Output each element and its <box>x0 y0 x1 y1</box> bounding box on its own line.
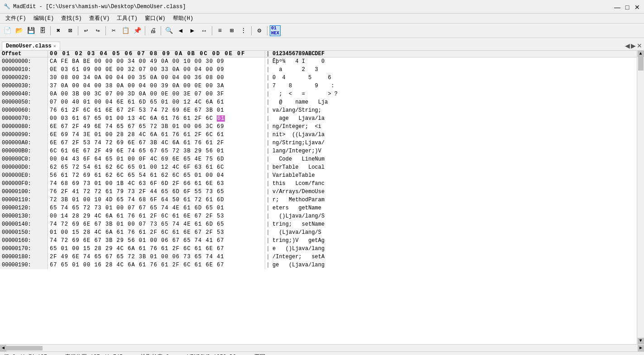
copy-button[interactable]: 📋 <box>120 25 131 36</box>
table-row[interactable]: 00000100:76 2F 41 72 72 61 79 73 2F 44 6… <box>0 188 637 196</box>
tab-prev-button[interactable]: ◀ <box>625 42 630 49</box>
hex-bytes[interactable]: 6E 67 2F 53 74 72 69 6E 67 3B 4C 6A 61 7… <box>48 139 265 147</box>
hex-text[interactable]: ng/String;Ljava/ <box>271 139 637 147</box>
tab-close-all-button[interactable]: ✕ <box>637 42 642 49</box>
scroll-up-button[interactable]: ▲ <box>638 51 644 57</box>
hex-bytes[interactable]: 76 2F 41 72 72 61 79 73 2F 44 65 6D 6F 5… <box>48 188 265 196</box>
table-row[interactable]: 000000F0:74 68 69 73 01 00 1B 4C 63 6F 6… <box>0 180 637 188</box>
hex-text[interactable]: ()Ljava/lang/S <box>271 212 637 220</box>
find-prev-button[interactable]: ◀ <box>175 25 186 36</box>
save-all-button[interactable]: 🗄 <box>37 25 48 36</box>
hex-bytes[interactable]: 65 01 00 15 28 29 4C 6A 61 76 61 2F 6C 6… <box>48 245 265 253</box>
hex-bytes[interactable]: 2F 49 6E 74 65 67 65 72 3B 01 00 06 73 6… <box>48 253 265 261</box>
hex-bytes[interactable]: 67 65 01 00 16 28 4C 6A 61 76 61 2F 6C 6… <box>48 261 265 269</box>
table-row[interactable]: 00000030:37 0A 00 04 00 38 0A 00 04 00 3… <box>0 82 637 90</box>
table-row[interactable]: 00000150:01 00 15 28 4C 6A 61 76 61 2F 6… <box>0 228 637 237</box>
scroll-left-button[interactable]: ◀ <box>0 345 6 351</box>
hex-bytes[interactable]: 74 68 69 73 01 00 1B 4C 63 6F 6D 2F 66 6… <box>48 180 265 188</box>
hex-editor[interactable]: Offset 00 01 02 03 04 05 06 07 08 09 0A … <box>0 51 637 344</box>
hex-text[interactable]: 7 8 9 : <box>271 82 637 90</box>
table-row[interactable]: 000000C0:00 04 43 6F 64 65 01 00 0F 4C 6… <box>0 155 637 163</box>
hex-text[interactable]: age Ljava/la <box>271 114 637 123</box>
minimize-button[interactable]: — <box>614 4 620 10</box>
col-mode-button[interactable]: ⊞ <box>226 25 237 36</box>
cut-button[interactable]: ✂ <box>108 25 119 36</box>
hex-mode-button[interactable]: ⋮ <box>238 25 249 36</box>
hex-text[interactable]: ng/Integer; <i <box>271 123 637 131</box>
replace-button[interactable]: ↔ <box>199 25 210 36</box>
close-all-button[interactable]: ⊠ <box>65 25 76 36</box>
hex-bytes[interactable]: 76 61 2F 6C 61 6E 67 2F 53 74 72 69 6E 6… <box>48 106 265 114</box>
highlighted-byte[interactable]: 61 <box>217 115 225 122</box>
table-row[interactable]: 00000130:00 14 28 29 4C 6A 61 76 61 2F 6… <box>0 212 637 220</box>
hex-bytes[interactable]: 74 72 69 6E 67 3B 29 56 01 00 06 67 65 7… <box>48 237 265 245</box>
table-row[interactable]: 00000160:74 72 69 6E 67 3B 29 56 01 00 0… <box>0 237 637 245</box>
hex-text[interactable]: tring; setName <box>271 220 637 228</box>
hex-bytes[interactable]: 6E 67 2F 49 6E 74 65 67 65 72 3B 01 00 0… <box>48 123 265 131</box>
table-row[interactable]: 000000E0:56 61 72 69 61 62 6C 65 54 61 6… <box>0 171 637 180</box>
table-row[interactable]: 00000170:65 01 00 15 28 29 4C 6A 61 76 6… <box>0 245 637 253</box>
hex-bytes[interactable]: 07 00 40 01 00 04 6E 61 6D 65 01 00 12 4… <box>48 98 265 106</box>
open-button[interactable]: 📂 <box>14 25 24 36</box>
hex-text[interactable]: v/Arrays/DemoUse <box>271 188 637 196</box>
right-scrollbar[interactable]: ▲ ▼ <box>637 51 644 344</box>
menu-file[interactable]: 文件(F) <box>2 14 30 23</box>
hex-text[interactable]: this Lcom/fanc <box>271 180 637 188</box>
options-button[interactable]: ⚙ <box>254 25 265 36</box>
hex-text[interactable]: ; < = > ? <box>271 90 637 98</box>
table-row[interactable]: 000000B0:6C 61 6E 67 2F 49 6E 74 65 67 6… <box>0 147 637 155</box>
find-next-button[interactable]: ▶ <box>187 25 198 36</box>
close-file-button[interactable]: ✖ <box>53 25 64 36</box>
undo-button[interactable]: ↩ <box>81 25 91 36</box>
table-row[interactable]: 000000A0:6E 67 2F 53 74 72 69 6E 67 3B 4… <box>0 139 637 147</box>
hex-bytes[interactable]: 0E 03 61 09 00 0E 00 32 07 00 33 0A 00 0… <box>48 66 265 74</box>
hex-bytes[interactable]: 6E 69 74 3E 01 00 28 28 4C 6A 61 76 61 2… <box>48 131 265 139</box>
hex-bytes[interactable]: 62 65 72 54 61 62 6C 65 01 00 12 4C 6F 6… <box>48 163 265 171</box>
menu-window[interactable]: 窗口(W) <box>141 14 169 23</box>
hex-bytes[interactable]: 56 61 72 69 61 62 6C 65 54 61 62 6C 65 0… <box>48 171 265 180</box>
hex-bytes[interactable]: 65 74 65 72 73 01 00 07 67 65 74 4E 61 6… <box>48 204 265 212</box>
menu-search[interactable]: 查找(S) <box>57 14 86 23</box>
scroll-thumb[interactable] <box>638 57 644 71</box>
hex-text[interactable]: e ()Ljava/lang <box>271 245 637 253</box>
hex-text[interactable]: eters getName <box>271 204 637 212</box>
tab-next-button[interactable]: ▶ <box>631 42 636 49</box>
hex-bytes[interactable]: 6C 61 6E 67 2F 49 6E 74 65 67 65 72 3B 2… <box>48 147 265 155</box>
hex-bytes[interactable]: 00 03 61 67 65 01 00 13 4C 6A 61 76 61 2… <box>48 114 265 123</box>
scroll-h-thumb[interactable] <box>6 346 43 350</box>
print-button[interactable]: 🖨 <box>148 25 158 36</box>
scroll-right-button[interactable]: ▶ <box>638 345 644 351</box>
hex-bytes[interactable]: CA FE BA BE 00 00 00 34 00 49 0A 00 10 0… <box>48 57 265 66</box>
redo-button[interactable]: ↪ <box>92 25 103 36</box>
hex-bytes[interactable]: 74 72 69 6E 67 3B 01 00 07 73 65 74 4E 6… <box>48 220 265 228</box>
table-row[interactable]: 00000070:00 03 61 67 65 01 00 13 4C 6A 6… <box>0 114 637 123</box>
find-button[interactable]: 🔍 <box>163 25 174 36</box>
restore-button[interactable]: □ <box>624 4 630 10</box>
hex-text[interactable]: Êþº¾ 4 I 0 <box>271 57 637 66</box>
tab-demouser[interactable]: DemoUser.class ✕ <box>2 42 60 50</box>
hex-text[interactable]: 0 4 5 6 <box>271 74 637 82</box>
table-row[interactable]: 00000060:76 61 2F 6C 61 6E 67 2F 53 74 7… <box>0 106 637 114</box>
hex-text[interactable]: r; MethodParam <box>271 196 637 204</box>
title-controls[interactable]: — □ ✕ <box>614 4 640 10</box>
table-row[interactable]: 00000040:0A 00 3B 00 3C 07 00 3D 0A 00 0… <box>0 90 637 98</box>
menu-view[interactable]: 查看(V) <box>86 14 114 23</box>
hex-text[interactable]: a 2 3 <box>271 66 637 74</box>
menu-help[interactable]: 帮助(H) <box>169 14 197 23</box>
close-button[interactable]: ✕ <box>634 4 640 10</box>
save-button[interactable]: 💾 <box>25 25 36 36</box>
hex-bytes[interactable]: 0A 00 3B 00 3C 07 00 3D 0A 00 0E 00 3E 0… <box>48 90 265 98</box>
hex-text[interactable]: tring;)V getAg <box>271 237 637 245</box>
hex-text[interactable]: nit> ((Ljava/la <box>271 131 637 139</box>
hex-text[interactable]: lang/Integer;)V <box>271 147 637 155</box>
hex-text[interactable]: (Ljava/lang/S <box>271 228 637 237</box>
table-row[interactable]: 000000D0:62 65 72 54 61 62 6C 65 01 00 1… <box>0 163 637 171</box>
table-row[interactable]: 00000080:6E 67 2F 49 6E 74 65 67 65 72 3… <box>0 123 637 131</box>
table-row[interactable]: 00000140:74 72 69 6E 67 3B 01 00 07 73 6… <box>0 220 637 228</box>
hex-text[interactable]: VariableTable <box>271 171 637 180</box>
hex-bytes[interactable]: 00 14 28 29 4C 6A 61 76 61 2F 6C 61 6E 6… <box>48 212 265 220</box>
table-row[interactable]: 00000050:07 00 40 01 00 04 6E 61 6D 65 0… <box>0 98 637 106</box>
hex-bytes[interactable]: 72 3B 01 00 10 4D 65 74 68 6F 64 50 61 7… <box>48 196 265 204</box>
hex-bytes[interactable]: 30 08 00 34 0A 00 04 00 35 0A 00 04 00 3… <box>48 74 265 82</box>
menu-edit[interactable]: 编辑(E) <box>30 14 58 23</box>
